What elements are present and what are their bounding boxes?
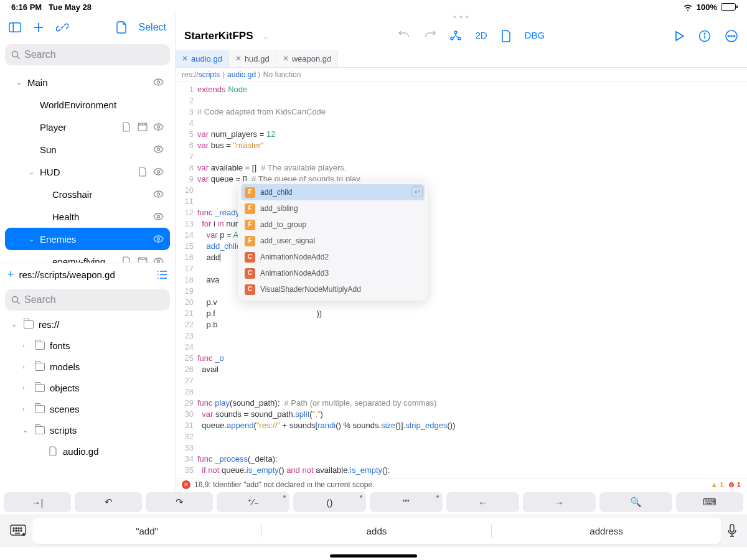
svg-point-34 — [704, 33, 705, 34]
suggest-3[interactable]: address — [492, 526, 721, 536]
kb-key-8[interactable]: 🔍 — [599, 492, 672, 512]
code-editor[interactable]: 1234567891011121314151617181920212223242… — [176, 82, 747, 478]
file-scripts[interactable]: ⌄scripts — [0, 419, 175, 441]
file-models[interactable]: ›models — [0, 356, 175, 377]
eye-icon[interactable] — [153, 122, 164, 133]
ac-add_sibling[interactable]: Fadd_sibling — [241, 200, 425, 217]
ac-AnimationNodeAdd3[interactable]: CAnimationNodeAdd3 — [241, 265, 425, 281]
kb-key-4[interactable]: () — [293, 492, 366, 512]
suggest-1[interactable]: "add" — [32, 526, 261, 536]
scene-node-enemy-flying[interactable]: enemy-flying — [5, 250, 170, 263]
svg-point-26 — [454, 31, 457, 34]
script-icon[interactable] — [121, 256, 131, 263]
scene-node-enemies[interactable]: ⌄Enemies — [5, 228, 170, 250]
kb-key-0[interactable]: →| — [4, 492, 71, 512]
home-indicator[interactable] — [330, 554, 417, 558]
scene-node-main[interactable]: ⌄Main — [5, 71, 170, 93]
ac-AnimationNodeAdd2[interactable]: CAnimationNodeAdd2 — [241, 249, 425, 265]
chevron-down-icon[interactable]: ⌵ — [263, 32, 268, 41]
file-objects[interactable]: ›objects — [0, 377, 175, 398]
scene-node-hud[interactable]: ⌄HUD — [5, 161, 170, 183]
svg-point-42 — [18, 528, 19, 529]
svg-rect-0 — [9, 23, 21, 32]
eye-icon[interactable] — [153, 189, 164, 200]
kb-key-2[interactable]: ↷ — [146, 492, 213, 512]
wifi-icon — [683, 3, 693, 11]
window-grip: ● ● ● — [176, 14, 747, 20]
keyboard-icon[interactable] — [10, 525, 26, 537]
svg-point-4 — [12, 51, 18, 57]
kb-key-3[interactable]: ⁺∕₋ — [217, 492, 289, 512]
plus-icon[interactable] — [32, 21, 45, 34]
tab-hud.gd[interactable]: ✕hud.gd — [229, 50, 276, 67]
eye-icon[interactable] — [153, 234, 164, 245]
more-icon[interactable] — [725, 29, 738, 43]
project-name[interactable]: StarterKitFPS — [184, 30, 253, 42]
list-icon[interactable] — [157, 270, 167, 279]
eye-icon[interactable] — [153, 167, 164, 177]
svg-point-43 — [21, 528, 22, 529]
view-2d[interactable]: 2D — [475, 30, 487, 42]
eye-icon[interactable] — [153, 212, 164, 222]
kb-key-6[interactable]: ← — [446, 492, 519, 512]
play-icon[interactable] — [675, 30, 685, 42]
redo-icon[interactable] — [424, 30, 436, 42]
ac-add_user_signal[interactable]: Fadd_user_signal — [241, 233, 425, 249]
svg-point-44 — [13, 530, 14, 531]
file-fonts[interactable]: ›fonts — [0, 335, 175, 356]
mic-icon[interactable] — [727, 524, 737, 538]
doc-icon[interactable] — [501, 30, 511, 42]
scene-search[interactable]: Search — [5, 44, 170, 65]
eye-icon[interactable] — [153, 144, 164, 155]
kb-key-1[interactable]: ↶ — [75, 492, 142, 512]
info-icon[interactable] — [698, 30, 711, 42]
enter-key-icon[interactable]: ↩ — [411, 186, 423, 197]
tab-audio.gd[interactable]: ✕audio.gd — [176, 50, 229, 67]
breadcrumb[interactable]: res:// scripts ⟩ audio.gd ⟩ No function — [176, 68, 747, 82]
script-icon[interactable] — [115, 21, 128, 34]
ac-add_child[interactable]: Fadd_child — [241, 184, 425, 200]
kb-key-7[interactable]: → — [523, 492, 596, 512]
link-icon[interactable] — [56, 21, 68, 34]
kb-key-5[interactable]: "" — [370, 492, 443, 512]
close-icon[interactable]: ✕ — [235, 54, 242, 63]
close-icon[interactable]: ✕ — [283, 54, 289, 63]
eye-icon[interactable] — [153, 77, 164, 88]
scene-node-health[interactable]: Health — [5, 205, 170, 228]
status-bar: 6:16 PM Tue May 28 100% — [0, 0, 747, 14]
eye-icon[interactable] — [153, 256, 164, 263]
net-icon[interactable] — [450, 30, 461, 42]
file-res://[interactable]: ⌄res:// — [0, 314, 175, 335]
script-icon[interactable] — [137, 167, 148, 177]
ac-VisualShaderNodeMultiplyAdd[interactable]: CVisualShaderNodeMultiplyAdd — [241, 281, 425, 297]
clap-icon[interactable] — [137, 256, 148, 263]
close-icon[interactable]: ✕ — [182, 54, 188, 63]
file-path-row[interactable]: + res://scripts/weapon.gd — [0, 263, 175, 286]
dbg-button[interactable]: DBG — [525, 30, 545, 42]
scene-node-player[interactable]: Player — [5, 116, 170, 138]
clap-icon[interactable] — [137, 122, 148, 133]
ac-add_to_group[interactable]: Fadd_to_group — [241, 217, 425, 233]
tab-weapon.gd[interactable]: ✕weapon.gd — [276, 50, 339, 67]
select-button[interactable]: Select — [139, 22, 166, 33]
file-search[interactable]: Search — [5, 289, 170, 310]
error-bar[interactable]: ✕ 16,9: Identifier "add" not declared in… — [176, 478, 747, 490]
svg-line-5 — [17, 57, 20, 59]
add-file-icon[interactable]: + — [7, 268, 14, 281]
file-audio.gd[interactable]: audio.gd — [0, 441, 175, 462]
scene-node-crosshair[interactable]: Crosshair — [5, 183, 170, 205]
autocomplete-popup[interactable]: ↩ Fadd_childFadd_siblingFadd_to_groupFad… — [238, 181, 428, 301]
file-scenes[interactable]: ›scenes — [0, 398, 175, 419]
scene-node-sun[interactable]: Sun — [5, 138, 170, 161]
svg-rect-50 — [730, 525, 734, 532]
scene-node-worldenvironment[interactable]: WorldEnvironment — [5, 93, 170, 116]
scene-tree: ⌄MainWorldEnvironmentPlayerSun⌄HUDCrossh… — [0, 68, 175, 263]
svg-line-30 — [453, 36, 456, 38]
svg-point-12 — [157, 215, 160, 218]
script-icon[interactable] — [121, 122, 131, 133]
suggest-2[interactable]: adds — [262, 526, 491, 536]
undo-icon[interactable] — [398, 30, 410, 42]
sidebar-toggle-icon[interactable] — [9, 21, 21, 34]
svg-point-47 — [21, 530, 22, 531]
kb-key-9[interactable]: ⌨ — [676, 492, 743, 512]
